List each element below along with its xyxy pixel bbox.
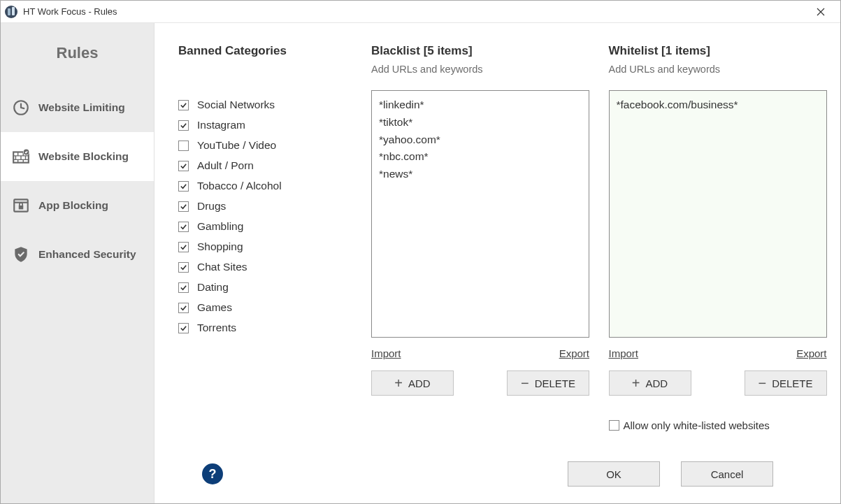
close-icon <box>817 8 825 16</box>
category-checkbox[interactable]: Instagram <box>178 119 332 131</box>
whitelist-textarea[interactable] <box>609 90 827 338</box>
checkbox-icon <box>178 303 189 313</box>
category-label: Adult / Porn <box>197 159 254 172</box>
firewall-icon <box>12 147 30 166</box>
svg-rect-6 <box>19 206 24 209</box>
allow-only-whitelist-checkbox[interactable]: Allow only white-listed websites <box>609 419 827 431</box>
checkbox-icon <box>178 100 189 110</box>
sidebar-item-website-blocking[interactable]: Website Blocking <box>1 132 154 181</box>
category-checkbox[interactable]: Shopping <box>178 240 332 253</box>
sidebar: Rules Website Limiting Website Blocking … <box>1 23 154 503</box>
cancel-button[interactable]: Cancel <box>681 461 773 487</box>
checkbox-icon <box>178 323 189 333</box>
category-label: Drugs <box>197 200 226 213</box>
banned-categories-column: Banned Categories Social NetworksInstagr… <box>178 44 332 431</box>
whitelist-export-link[interactable]: Export <box>796 347 826 359</box>
sidebar-item-enhanced-security[interactable]: Enhanced Security <box>1 230 154 279</box>
checkbox-icon <box>178 141 189 151</box>
blacklist-import-link[interactable]: Import <box>371 347 401 359</box>
button-label: DELETE <box>772 377 812 389</box>
checkbox-icon <box>178 181 189 192</box>
minus-icon: − <box>521 376 529 390</box>
checkbox-icon <box>178 201 189 212</box>
blacklist-column: Blacklist [5 items] Add URLs and keyword… <box>371 44 570 431</box>
close-button[interactable] <box>807 1 835 22</box>
category-label: YouTube / Video <box>197 139 276 152</box>
blacklist-title: Blacklist [5 items] <box>371 44 570 58</box>
category-label: Gambling <box>197 220 243 233</box>
category-checkbox[interactable]: Social Networks <box>178 99 332 111</box>
clock-icon <box>12 99 30 117</box>
category-checkbox[interactable]: Drugs <box>178 200 332 213</box>
plus-icon: + <box>394 376 403 390</box>
category-label: Tobacco / Alcohol <box>197 180 282 192</box>
checkbox-icon <box>178 242 189 252</box>
content-area: Banned Categories Social NetworksInstagr… <box>154 23 840 503</box>
blacklist-export-link[interactable]: Export <box>559 347 589 359</box>
help-button[interactable]: ? <box>202 463 223 484</box>
whitelist-delete-button[interactable]: − DELETE <box>745 370 827 396</box>
category-label: Torrents <box>197 322 236 334</box>
minus-icon: − <box>758 376 766 390</box>
whitelist-add-button[interactable]: + ADD <box>609 370 691 396</box>
blacklist-textarea[interactable] <box>371 90 589 338</box>
sidebar-item-label: App Blocking <box>38 199 108 212</box>
shield-icon <box>12 245 30 264</box>
whitelist-title: Whitelist [1 items] <box>609 44 807 58</box>
category-label: Chat Sites <box>197 261 247 273</box>
checkbox-icon <box>178 161 189 171</box>
category-label: Shopping <box>197 240 243 253</box>
lock-window-icon <box>12 196 30 215</box>
sidebar-item-label: Website Limiting <box>38 101 125 114</box>
plus-icon: + <box>632 376 640 390</box>
window-title: HT Work Focus - Rules <box>23 6 807 17</box>
blacklist-delete-button[interactable]: − DELETE <box>507 370 589 396</box>
checkbox-icon <box>178 262 189 273</box>
allow-only-label: Allow only white-listed websites <box>624 419 770 431</box>
category-checkbox[interactable]: Chat Sites <box>178 261 332 273</box>
category-checkbox[interactable]: Adult / Porn <box>178 159 332 172</box>
category-label: Dating <box>197 281 229 294</box>
category-checkbox[interactable]: Gambling <box>178 220 332 233</box>
category-label: Instagram <box>197 119 245 131</box>
sidebar-item-app-blocking[interactable]: App Blocking <box>1 181 154 230</box>
main-area: Rules Website Limiting Website Blocking … <box>1 23 840 503</box>
button-label: ADD <box>408 377 431 389</box>
sidebar-heading: Rules <box>1 44 154 62</box>
question-icon: ? <box>209 467 217 482</box>
whitelist-column: Whitelist [1 items] Add URLs and keyword… <box>609 44 807 431</box>
category-label: Games <box>197 301 232 314</box>
category-checkbox[interactable]: Tobacco / Alcohol <box>178 180 332 192</box>
categories-title: Banned Categories <box>178 44 332 58</box>
whitelist-subtext: Add URLs and keywords <box>609 64 807 75</box>
checkbox-icon <box>178 120 189 131</box>
dialog-footer: ? OK Cancel <box>178 449 807 503</box>
sidebar-item-website-limiting[interactable]: Website Limiting <box>1 83 154 132</box>
category-checkbox[interactable]: Games <box>178 301 332 314</box>
app-icon <box>5 6 17 18</box>
checkbox-icon <box>178 282 189 293</box>
whitelist-import-link[interactable]: Import <box>609 347 639 359</box>
sidebar-item-label: Website Blocking <box>38 150 129 163</box>
categories-list: Social NetworksInstagramYouTube / VideoA… <box>178 99 332 342</box>
sidebar-item-label: Enhanced Security <box>38 248 136 261</box>
category-checkbox[interactable]: Dating <box>178 281 332 294</box>
button-label: ADD <box>646 377 668 389</box>
category-label: Social Networks <box>197 99 275 111</box>
button-label: DELETE <box>535 377 575 389</box>
ok-button[interactable]: OK <box>568 461 660 487</box>
category-checkbox[interactable]: Torrents <box>178 322 332 334</box>
titlebar: HT Work Focus - Rules <box>1 1 840 23</box>
category-checkbox[interactable]: YouTube / Video <box>178 139 332 152</box>
checkbox-icon <box>178 222 189 232</box>
blacklist-subtext: Add URLs and keywords <box>371 64 570 75</box>
blacklist-add-button[interactable]: + ADD <box>371 370 454 396</box>
checkbox-icon <box>609 420 619 431</box>
